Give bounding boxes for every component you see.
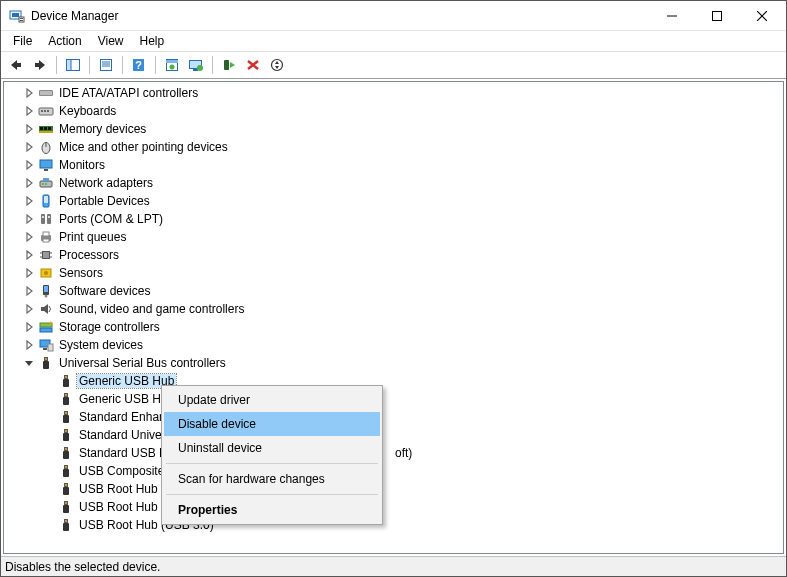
svg-rect-47 bbox=[48, 127, 51, 130]
tree-category[interactable]: Sound, video and game controllers bbox=[8, 300, 783, 318]
toolbar-forward-button[interactable] bbox=[29, 54, 51, 76]
svg-rect-4 bbox=[20, 20, 23, 21]
chevron-right-icon[interactable] bbox=[22, 212, 36, 226]
toolbar-enable-button[interactable] bbox=[218, 54, 240, 76]
chevron-right-icon[interactable] bbox=[22, 104, 36, 118]
chevron-right-icon[interactable] bbox=[22, 284, 36, 298]
chevron-right-icon[interactable] bbox=[22, 230, 36, 244]
tree-category[interactable]: System devices bbox=[8, 336, 783, 354]
tree-device[interactable]: USB Root Hub bbox=[8, 480, 783, 498]
context-menu-item[interactable]: Properties bbox=[164, 498, 380, 522]
chevron-right-icon[interactable] bbox=[22, 266, 36, 280]
chevron-right-icon[interactable] bbox=[22, 302, 36, 316]
usb-icon bbox=[58, 463, 74, 479]
tree-category[interactable]: Monitors bbox=[8, 156, 783, 174]
svg-point-27 bbox=[197, 65, 203, 71]
tree-category[interactable]: Sensors bbox=[8, 264, 783, 282]
context-menu-item[interactable]: Update driver bbox=[164, 388, 380, 412]
chevron-right-icon[interactable] bbox=[22, 320, 36, 334]
svg-rect-94 bbox=[43, 348, 47, 350]
svg-point-24 bbox=[170, 65, 175, 70]
svg-marker-87 bbox=[41, 304, 48, 314]
device-tree[interactable]: IDE ATA/ATAPI controllersKeyboardsMemory… bbox=[4, 82, 783, 553]
chevron-right-icon[interactable] bbox=[22, 86, 36, 100]
svg-marker-96 bbox=[25, 361, 33, 366]
menu-file[interactable]: File bbox=[5, 32, 40, 50]
chevron-right-icon[interactable] bbox=[22, 122, 36, 136]
tree-category-label: Print queues bbox=[57, 230, 128, 244]
toolbar-scan-button[interactable] bbox=[266, 54, 288, 76]
tree-device-label: USB Root Hub bbox=[77, 482, 160, 496]
usb-icon bbox=[58, 499, 74, 515]
svg-rect-16 bbox=[101, 60, 112, 71]
close-button[interactable] bbox=[739, 1, 784, 30]
tree-category-label: Universal Serial Bus controllers bbox=[57, 356, 228, 370]
usb-icon bbox=[58, 517, 74, 533]
context-menu-item[interactable]: Uninstall device bbox=[164, 436, 380, 460]
usb-icon bbox=[58, 373, 74, 389]
chevron-right-icon[interactable] bbox=[22, 158, 36, 172]
minimize-button[interactable] bbox=[649, 1, 694, 30]
chevron-right-icon[interactable] bbox=[22, 338, 36, 352]
tree-device[interactable]: Standard USB Host Controlleroft) bbox=[8, 444, 783, 462]
svg-rect-40 bbox=[41, 110, 43, 112]
menu-view[interactable]: View bbox=[90, 32, 132, 50]
svg-rect-110 bbox=[63, 433, 69, 441]
device-manager-window: Device Manager File Action View Help bbox=[0, 0, 787, 577]
tree-category[interactable]: Memory devices bbox=[8, 120, 783, 138]
tree-category[interactable]: Portable Devices bbox=[8, 192, 783, 210]
tree-device[interactable]: USB Root Hub (USB 3.0) bbox=[8, 516, 783, 534]
ide-icon bbox=[38, 85, 54, 101]
tree-category[interactable]: Mice and other pointing devices bbox=[8, 138, 783, 156]
tree-category[interactable]: Print queues bbox=[8, 228, 783, 246]
tree-device[interactable]: Standard Universal PCI to USB Host Contr… bbox=[8, 426, 783, 444]
svg-marker-79 bbox=[27, 269, 32, 277]
tree-device[interactable]: USB Root Hub bbox=[8, 498, 783, 516]
tree-device[interactable]: Generic USB Hub bbox=[8, 372, 783, 390]
chevron-right-icon[interactable] bbox=[22, 140, 36, 154]
tree-category[interactable]: Network adapters bbox=[8, 174, 783, 192]
toolbar-properties-button[interactable] bbox=[95, 54, 117, 76]
menu-action[interactable]: Action bbox=[40, 32, 89, 50]
svg-rect-90 bbox=[40, 328, 52, 332]
tree-category[interactable]: IDE ATA/ATAPI controllers bbox=[8, 84, 783, 102]
context-menu-item[interactable]: Scan for hardware changes bbox=[164, 467, 380, 491]
svg-rect-53 bbox=[40, 160, 52, 168]
svg-rect-2 bbox=[19, 17, 24, 22]
tree-device[interactable]: USB Composite Device bbox=[8, 462, 783, 480]
tree-device[interactable]: Generic USB Hub bbox=[8, 390, 783, 408]
menu-help[interactable]: Help bbox=[132, 32, 173, 50]
tree-category[interactable]: Ports (COM & LPT) bbox=[8, 210, 783, 228]
toolbar-help-button[interactable]: ? bbox=[128, 54, 150, 76]
context-menu-item[interactable]: Disable device bbox=[164, 412, 380, 436]
tree-category-expanded[interactable]: Universal Serial Bus controllers bbox=[8, 354, 783, 372]
toolbar-back-button[interactable] bbox=[5, 54, 27, 76]
toolbar-uninstall-button[interactable] bbox=[242, 54, 264, 76]
statusbar-text: Disables the selected device. bbox=[5, 560, 160, 574]
svg-rect-37 bbox=[40, 91, 52, 95]
toolbar-display-button[interactable] bbox=[185, 54, 207, 76]
maximize-button[interactable] bbox=[694, 1, 739, 30]
svg-marker-72 bbox=[27, 251, 32, 259]
chevron-down-icon[interactable] bbox=[22, 356, 36, 370]
svg-rect-98 bbox=[43, 361, 49, 369]
svg-rect-6 bbox=[712, 11, 721, 20]
tree-device[interactable]: Standard Enhanced PCI to USB Host Contro… bbox=[8, 408, 783, 426]
tree-category-label: System devices bbox=[57, 338, 145, 352]
tree-category[interactable]: Keyboards bbox=[8, 102, 783, 120]
svg-rect-54 bbox=[44, 169, 48, 171]
chevron-right-icon[interactable] bbox=[22, 248, 36, 262]
svg-marker-55 bbox=[27, 179, 32, 187]
window-controls bbox=[649, 1, 784, 30]
svg-rect-99 bbox=[45, 358, 47, 360]
tree-category[interactable]: Storage controllers bbox=[8, 318, 783, 336]
tree-category[interactable]: Software devices bbox=[8, 282, 783, 300]
toolbar-update-driver-button[interactable] bbox=[161, 54, 183, 76]
chevron-right-icon[interactable] bbox=[22, 176, 36, 190]
svg-rect-120 bbox=[65, 484, 67, 486]
toolbar-show-hide-tree-button[interactable] bbox=[62, 54, 84, 76]
toolbar-separator bbox=[155, 56, 156, 74]
tree-category[interactable]: Processors bbox=[8, 246, 783, 264]
svg-rect-41 bbox=[44, 110, 46, 112]
chevron-right-icon[interactable] bbox=[22, 194, 36, 208]
